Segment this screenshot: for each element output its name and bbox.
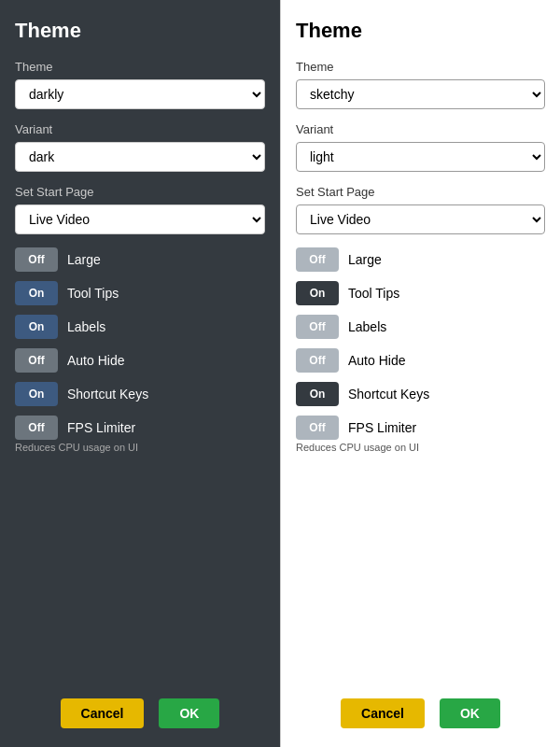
left-toggle-tooltips-btn[interactable]: On (15, 281, 58, 305)
left-toggles: Off Large On Tool Tips On Labels Off Aut… (15, 247, 265, 453)
right-toggle-fps-btn[interactable]: Off (296, 416, 339, 440)
left-toggle-large-label: Large (67, 252, 101, 267)
right-toggle-labels: Off Labels (296, 315, 545, 339)
right-panel-title: Theme (296, 19, 545, 43)
left-toggle-shortcutkeys-btn[interactable]: On (15, 382, 58, 406)
right-toggle-tooltips-btn[interactable]: On (296, 281, 339, 305)
right-toggle-labels-btn[interactable]: Off (296, 315, 339, 339)
right-toggle-labels-label: Labels (348, 319, 386, 334)
left-toggle-labels: On Labels (15, 315, 265, 339)
right-toggle-shortcutkeys-btn[interactable]: On (296, 382, 339, 406)
left-toggle-tooltips-label: Tool Tips (67, 286, 119, 301)
left-toggle-labels-btn[interactable]: On (15, 315, 58, 339)
left-variant-label: Variant (15, 122, 265, 136)
left-toggle-tooltips: On Tool Tips (15, 281, 265, 305)
right-toggle-autohide-label: Auto Hide (348, 353, 405, 368)
left-toggle-autohide-btn[interactable]: Off (15, 348, 58, 373)
right-variant-field: Variant light dark (296, 122, 545, 172)
right-bottom-buttons: Cancel OK (296, 698, 545, 728)
right-toggle-large-btn[interactable]: Off (296, 247, 339, 272)
right-toggle-shortcutkeys: On Shortcut Keys (296, 382, 545, 406)
right-variant-select[interactable]: light dark (296, 142, 545, 172)
right-toggle-large-label: Large (348, 252, 382, 267)
right-theme-field: Theme sketchy darkly flatly (296, 60, 545, 109)
left-startpage-field: Set Start Page Live Video Dashboard Sett… (15, 185, 265, 234)
right-toggle-shortcutkeys-label: Shortcut Keys (348, 387, 429, 402)
left-toggle-fps: Off FPS Limiter (15, 416, 265, 440)
right-startpage-label: Set Start Page (296, 185, 545, 199)
right-toggle-tooltips: On Tool Tips (296, 281, 545, 305)
right-toggle-fps-label: FPS Limiter (348, 420, 416, 435)
left-cancel-button[interactable]: Cancel (61, 698, 145, 728)
left-toggle-autohide-label: Auto Hide (67, 353, 124, 368)
left-ok-button[interactable]: OK (159, 698, 219, 728)
left-toggle-labels-label: Labels (67, 319, 105, 334)
right-hint-text: Reduces CPU usage on UI (296, 442, 545, 453)
right-toggle-tooltips-label: Tool Tips (348, 286, 399, 301)
left-startpage-label: Set Start Page (15, 185, 265, 199)
right-theme-label: Theme (296, 60, 545, 74)
right-ok-button[interactable]: OK (440, 698, 500, 728)
left-startpage-select[interactable]: Live Video Dashboard Settings (15, 204, 265, 234)
right-theme-select[interactable]: sketchy darkly flatly (296, 79, 545, 109)
left-panel: Theme Theme darkly sketchy flatly Varian… (0, 0, 280, 747)
left-toggle-shortcutkeys: On Shortcut Keys (15, 382, 265, 406)
left-toggle-fps-label: FPS Limiter (67, 420, 135, 435)
left-toggle-autohide: Off Auto Hide (15, 348, 265, 373)
right-variant-label: Variant (296, 122, 545, 136)
right-toggle-autohide: Off Auto Hide (296, 348, 545, 373)
right-toggle-autohide-btn[interactable]: Off (296, 348, 339, 373)
right-startpage-select[interactable]: Live Video Dashboard Settings (296, 204, 545, 234)
left-toggle-fps-btn[interactable]: Off (15, 416, 58, 440)
right-panel: Theme Theme sketchy darkly flatly Varian… (280, 0, 560, 747)
left-toggle-shortcutkeys-label: Shortcut Keys (67, 387, 148, 402)
right-toggle-large: Off Large (296, 247, 545, 272)
right-toggle-fps: Off FPS Limiter (296, 416, 545, 440)
left-hint-text: Reduces CPU usage on UI (15, 442, 265, 453)
left-toggle-large-btn[interactable]: Off (15, 247, 58, 272)
right-startpage-field: Set Start Page Live Video Dashboard Sett… (296, 185, 545, 234)
left-variant-select[interactable]: dark light (15, 142, 265, 172)
right-toggles: Off Large On Tool Tips Off Labels Off Au… (296, 247, 545, 453)
left-theme-label: Theme (15, 60, 265, 74)
right-cancel-button[interactable]: Cancel (341, 698, 425, 728)
left-bottom-buttons: Cancel OK (15, 698, 265, 728)
left-theme-select[interactable]: darkly sketchy flatly (15, 79, 265, 109)
left-theme-field: Theme darkly sketchy flatly (15, 60, 265, 109)
left-panel-title: Theme (15, 19, 265, 43)
left-variant-field: Variant dark light (15, 122, 265, 172)
left-toggle-large: Off Large (15, 247, 265, 272)
